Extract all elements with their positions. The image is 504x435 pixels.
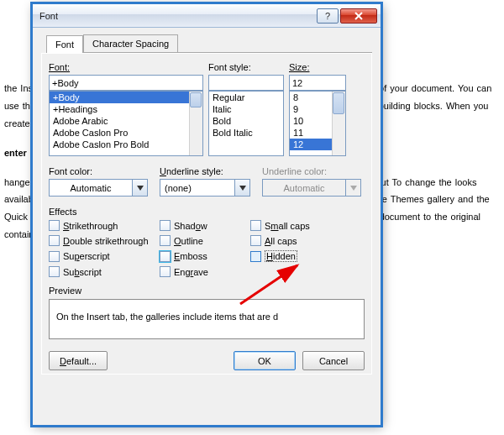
checkbox-emboss[interactable]: Emboss <box>160 250 250 262</box>
underline-style-dropdown-button[interactable] <box>235 179 250 197</box>
size-listbox[interactable]: 8 9 10 11 12 <box>289 91 346 156</box>
font-style-label: Font style: <box>208 62 284 72</box>
checkbox-hidden[interactable]: Hidden <box>250 250 343 262</box>
checkbox-box <box>49 235 60 246</box>
checkbox-label: Shadow <box>174 221 207 231</box>
font-color-dropdown[interactable]: Automatic <box>49 179 133 197</box>
chevron-down-icon <box>137 186 144 191</box>
checkbox-box <box>49 266 60 277</box>
checkbox-box <box>160 220 171 231</box>
effects-grid: StrikethroughShadowSmall capsDouble stri… <box>49 220 365 277</box>
checkbox-label: Subscript <box>63 267 102 277</box>
checkbox-subscript[interactable]: Subscript <box>49 266 160 277</box>
chevron-down-icon <box>350 186 357 191</box>
scrollbar[interactable] <box>189 92 202 155</box>
dialog-titlebar[interactable]: Font ? <box>33 4 381 28</box>
help-button[interactable]: ? <box>317 8 339 24</box>
list-item[interactable]: Bold Italic <box>209 127 283 139</box>
effects-group-label: Effects <box>49 207 365 217</box>
size-label: Size: <box>289 62 346 72</box>
font-style-listbox[interactable]: Regular Italic Bold Bold Italic <box>208 91 284 156</box>
checkbox-double-strikethrough[interactable]: Double strikethrough <box>49 235 160 246</box>
checkbox-outline[interactable]: Outline <box>160 235 250 246</box>
preview-box: On the Insert tab, the galleries include… <box>49 299 365 339</box>
underline-color-dropdown: Automatic <box>262 179 346 197</box>
font-input[interactable] <box>49 75 203 91</box>
help-icon: ? <box>325 11 330 21</box>
close-icon <box>354 12 363 20</box>
scroll-thumb[interactable] <box>190 92 202 107</box>
ok-button[interactable]: OK <box>234 351 296 370</box>
dialog-title: Font <box>39 11 58 21</box>
list-item[interactable]: Adobe Caslon Pro Bold <box>50 139 202 150</box>
checkbox-box <box>160 235 171 246</box>
tab-strip: Font Character Spacing <box>46 33 372 53</box>
checkbox-superscript[interactable]: Superscript <box>49 250 160 262</box>
size-input[interactable] <box>289 75 346 91</box>
font-listbox[interactable]: +Body +Headings Adobe Arabic Adobe Caslo… <box>49 91 203 156</box>
list-item[interactable]: +Headings <box>50 103 202 115</box>
font-style-input[interactable] <box>208 75 284 91</box>
list-item[interactable]: Adobe Arabic <box>50 115 202 127</box>
font-color-dropdown-button[interactable] <box>133 179 148 197</box>
checkbox-all-caps[interactable]: All caps <box>250 235 343 246</box>
list-item[interactable]: Regular <box>209 92 283 103</box>
list-item[interactable]: Italic <box>209 103 283 115</box>
scroll-thumb[interactable] <box>333 92 344 114</box>
font-dialog: Font ? Font Character Spacing Font: +Bod… <box>32 3 381 426</box>
default-button[interactable]: Default... <box>49 351 108 370</box>
checkbox-shadow[interactable]: Shadow <box>160 220 250 231</box>
underline-color-label: Underline color: <box>262 166 361 176</box>
list-item[interactable]: Bold <box>209 115 283 127</box>
underline-color-dropdown-button <box>346 179 361 197</box>
checkbox-small-caps[interactable]: Small caps <box>250 220 343 231</box>
checkbox-label: Superscript <box>63 251 110 261</box>
checkbox-box <box>160 251 171 262</box>
checkbox-box <box>49 220 60 231</box>
checkbox-label: Emboss <box>174 251 207 261</box>
checkbox-box <box>250 235 261 246</box>
checkbox-label: Outline <box>174 236 203 246</box>
close-button[interactable] <box>340 8 377 24</box>
scrollbar[interactable] <box>332 92 345 155</box>
checkbox-label: All caps <box>265 236 297 246</box>
list-item[interactable]: Adobe Caslon Pro <box>50 127 202 139</box>
checkbox-label: Small caps <box>265 221 310 231</box>
chevron-down-icon <box>239 186 246 191</box>
tab-font[interactable]: Font <box>46 35 83 53</box>
font-label: Font: <box>49 62 203 72</box>
tab-character-spacing[interactable]: Character Spacing <box>83 34 178 52</box>
checkbox-strikethrough[interactable]: Strikethrough <box>49 220 160 231</box>
checkbox-label: Double strikethrough <box>63 236 149 246</box>
underline-style-label: Underline style: <box>160 166 250 176</box>
checkbox-label: Engrave <box>174 267 208 277</box>
cancel-button[interactable]: Cancel <box>302 351 365 370</box>
list-item[interactable]: +Body <box>50 92 202 103</box>
checkbox-box <box>160 266 171 277</box>
checkbox-engrave[interactable]: Engrave <box>160 266 250 277</box>
checkbox-label: Strikethrough <box>63 221 118 231</box>
preview-label: Preview <box>49 286 365 296</box>
checkbox-box <box>49 251 60 262</box>
underline-style-dropdown[interactable]: (none) <box>160 179 235 197</box>
checkbox-box <box>250 251 261 262</box>
font-color-label: Font color: <box>49 166 148 176</box>
checkbox-label: Hidden <box>265 250 297 262</box>
checkbox-box <box>250 220 261 231</box>
